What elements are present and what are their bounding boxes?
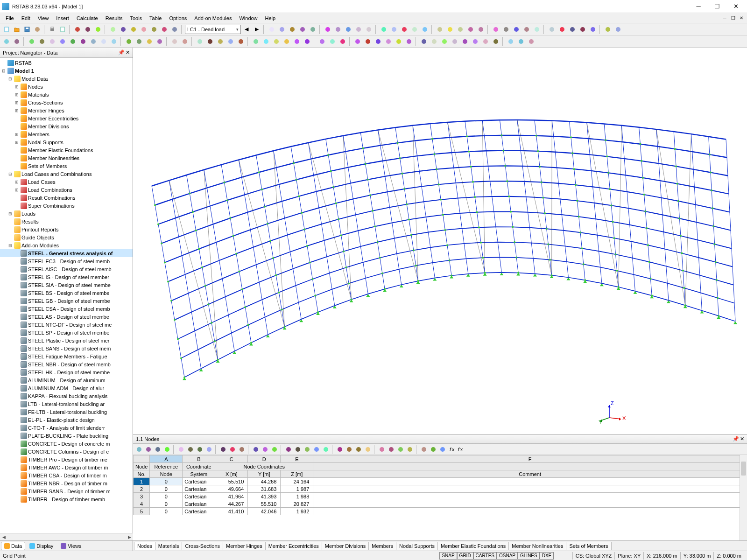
- menu-view[interactable]: View: [34, 14, 53, 22]
- tb2-btn-18[interactable]: [205, 37, 215, 46]
- tb1-btn-2[interactable]: [22, 25, 32, 34]
- tb1-btn-0[interactable]: [2, 25, 11, 34]
- tb2-btn-13[interactable]: [145, 37, 154, 46]
- tb1-btn-8[interactable]: [93, 25, 103, 34]
- expander-icon[interactable]: ⊟: [7, 171, 13, 177]
- table-tab-7[interactable]: Nodal Supports: [396, 542, 438, 550]
- tbl-tb-13[interactable]: [270, 445, 279, 454]
- tb2-btn-1[interactable]: [12, 37, 21, 46]
- tree-item[interactable]: CONCRETE - Design of concrete m: [0, 440, 133, 448]
- tbl-tb-27[interactable]: [420, 445, 428, 454]
- tree-item[interactable]: STEEL HK - Design of steel membe: [0, 368, 133, 376]
- status-toggle-glines[interactable]: GLINES: [518, 552, 540, 560]
- tb1-btn-r7[interactable]: [344, 25, 353, 34]
- close-button[interactable]: ✕: [726, 1, 745, 12]
- tree-item[interactable]: Member Divisions: [0, 122, 133, 130]
- table-vscroll[interactable]: [740, 455, 747, 540]
- tb2-btn-6[interactable]: [68, 37, 78, 46]
- tbl-tb-22[interactable]: [364, 445, 372, 454]
- tb1-btn-r29[interactable]: [588, 25, 598, 34]
- expander-icon[interactable]: ⊞: [14, 187, 20, 193]
- tb2-btn-0[interactable]: [2, 37, 11, 46]
- tbl-tb-10[interactable]: [238, 445, 246, 454]
- tb2-btn-24[interactable]: [272, 37, 281, 46]
- tb2-btn-35[interactable]: [394, 37, 403, 46]
- tb2-btn-33[interactable]: [374, 37, 383, 46]
- tb2-btn-31[interactable]: [353, 37, 362, 46]
- tb1-btn-r9[interactable]: [364, 25, 374, 34]
- tree-item[interactable]: LTB - Lateral-torsional buckling ar: [0, 400, 133, 408]
- tb1-btn-r18[interactable]: [466, 25, 475, 34]
- tbl-tb-29[interactable]: [438, 445, 447, 454]
- table-row[interactable]: 30Cartesian41.96441.3931.988: [134, 493, 747, 500]
- tree-item[interactable]: STEEL BS - Design of steel membe: [0, 289, 133, 297]
- tb2-btn-5[interactable]: [58, 37, 67, 46]
- menu-help[interactable]: Help: [261, 14, 280, 22]
- expander-icon[interactable]: ⊞: [7, 211, 13, 217]
- mdi-restore[interactable]: ❐: [729, 15, 737, 21]
- menu-tools[interactable]: Tools: [126, 14, 146, 22]
- tree-item[interactable]: Guide Objects: [0, 233, 133, 241]
- maximize-button[interactable]: ☐: [708, 1, 726, 12]
- tb1-btn-r5[interactable]: [323, 25, 332, 34]
- tbl-tb-3[interactable]: [163, 445, 171, 454]
- tb2-btn-14[interactable]: [155, 37, 164, 46]
- menu-file[interactable]: File: [2, 14, 18, 22]
- col-A[interactable]: A: [150, 455, 183, 463]
- minimize-button[interactable]: ─: [689, 1, 708, 12]
- tb1-btn-6[interactable]: [73, 25, 82, 34]
- table-tab-4[interactable]: Member Eccentricities: [265, 542, 322, 550]
- tbl-tb-23[interactable]: [378, 445, 386, 454]
- tb2-btn-40[interactable]: [450, 37, 459, 46]
- tree-item[interactable]: Results: [0, 217, 133, 225]
- table-tab-9[interactable]: Member Nonlinearities: [508, 542, 566, 550]
- tb2-btn-38[interactable]: [430, 37, 439, 46]
- tb2-btn-39[interactable]: [440, 37, 449, 46]
- tree-item[interactable]: PLATE-BUCKLING - Plate buckling: [0, 432, 133, 440]
- tb1-btn-7[interactable]: [83, 25, 92, 34]
- tree-item[interactable]: ⊟Model 1: [0, 67, 133, 75]
- tb2-btn-16[interactable]: [180, 37, 190, 46]
- table-tab-2[interactable]: Cross-Sections: [182, 542, 223, 550]
- tbl-tb-24[interactable]: [387, 445, 395, 454]
- tree-item[interactable]: STEEL GB - Design of steel membe: [0, 297, 133, 305]
- tree-item[interactable]: STEEL Fatigue Members - Fatigue: [0, 352, 133, 360]
- tree-item[interactable]: Sets of Members: [0, 162, 133, 170]
- tb1-btn-r16[interactable]: [445, 25, 455, 34]
- tree-item[interactable]: ⊞Load Combinations: [0, 186, 133, 194]
- tree-item[interactable]: TIMBER - Design of timber memb: [0, 495, 133, 503]
- tree-item[interactable]: ⊞Cross-Sections: [0, 98, 133, 106]
- tb1-btn-r28[interactable]: [578, 25, 587, 34]
- tbl-tb-21[interactable]: [354, 445, 363, 454]
- tb2-btn-4[interactable]: [48, 37, 57, 46]
- tree-item[interactable]: STEEL SP - Design of steel membe: [0, 329, 133, 336]
- tree-item[interactable]: STEEL NTC-DF - Design of steel me: [0, 321, 133, 329]
- tb2-btn-44[interactable]: [491, 37, 500, 46]
- tree-item[interactable]: ⊞Members: [0, 130, 133, 138]
- tbl-tb-26[interactable]: [406, 445, 414, 454]
- tb2-btn-9[interactable]: [99, 37, 108, 46]
- tb1-btn-r0[interactable]: [267, 25, 276, 34]
- tree-item[interactable]: TIMBER AWC - Design of timber m: [0, 463, 133, 471]
- tree-item[interactable]: Super Combinations: [0, 202, 133, 210]
- tb1-btn-r11[interactable]: [389, 25, 399, 34]
- tb1-btn-r3[interactable]: [298, 25, 307, 34]
- tb1-btn-r1[interactable]: [277, 25, 287, 34]
- tbl-tb-9[interactable]: [228, 445, 237, 454]
- status-toggle-dxf[interactable]: DXF: [540, 552, 554, 560]
- table-close-icon[interactable]: ✕: [740, 436, 744, 442]
- tb2-btn-34[interactable]: [384, 37, 393, 46]
- lc-prev[interactable]: ◀: [242, 25, 251, 34]
- tbl-tb-7[interactable]: [205, 445, 213, 454]
- 3d-viewport[interactable]: X Y Z: [133, 48, 747, 434]
- expander-icon[interactable]: ⊞: [14, 92, 20, 98]
- expander-icon[interactable]: ⊞: [14, 100, 20, 105]
- tb1-btn-14[interactable]: [160, 25, 169, 34]
- load-case-combo[interactable]: LC1 - Dead load: [185, 25, 241, 34]
- expander-icon[interactable]: ⊟: [7, 76, 13, 82]
- tree-item[interactable]: ⊟Add-on Modules: [0, 241, 133, 249]
- tb1-btn-r21[interactable]: [501, 25, 511, 34]
- expander-icon[interactable]: ⊞: [14, 179, 20, 185]
- tree-item[interactable]: STEEL EC3 - Design of steel memb: [0, 257, 133, 265]
- table-tab-6[interactable]: Members: [368, 542, 396, 550]
